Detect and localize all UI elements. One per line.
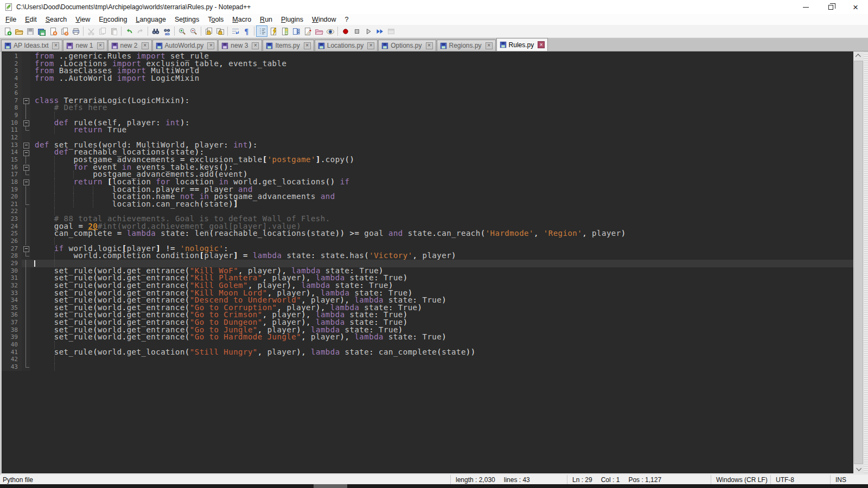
menu-edit[interactable]: Edit	[21, 14, 41, 25]
close-window-button[interactable]: ×	[843, 0, 868, 14]
close-tab-icon[interactable]: ×	[486, 42, 493, 49]
code-text	[30, 363, 853, 371]
run-macro-multiple-times-button[interactable]	[374, 25, 385, 37]
code-line-10[interactable]: 10 def rule(self, player: int):	[2, 119, 853, 127]
tab-autoworld-py[interactable]: AutoWorld.py×	[152, 40, 218, 51]
fold-collapse-icon[interactable]	[22, 97, 30, 105]
code-line-41[interactable]: 41 set_rule(world.get_location("Still Hu…	[2, 349, 853, 356]
close-tab-icon[interactable]: ×	[142, 42, 149, 49]
indent-guide-button[interactable]	[256, 25, 267, 37]
close-tab-icon[interactable]: ×	[97, 42, 104, 49]
print-button[interactable]	[70, 25, 81, 37]
scrollbar-thumb[interactable]	[854, 61, 863, 464]
menu-encoding[interactable]: Encoding	[94, 14, 131, 25]
save-recorded-macro-button[interactable]	[385, 25, 397, 37]
code-line-39[interactable]: 39 set_rule(world.get_entrance("Go to Ha…	[2, 333, 853, 341]
folder-as-workspace-button[interactable]	[302, 25, 313, 37]
status-insert-mode[interactable]: INS	[830, 475, 868, 484]
code-line-5[interactable]: 5	[2, 82, 853, 90]
code-line-7[interactable]: 7class TerrariaLogic(LogicMixin):	[2, 97, 853, 105]
monitoring-button[interactable]	[324, 25, 336, 37]
code-line-8[interactable]: 8 # Defs here	[2, 104, 853, 112]
code-line-25[interactable]: 25 can_complete = lambda state: len(reac…	[2, 230, 853, 237]
show-all-characters-button[interactable]: ¶	[241, 25, 252, 37]
function-list-button[interactable]	[267, 25, 279, 37]
code-line-43[interactable]: 43	[2, 363, 853, 371]
close-tab-icon[interactable]: ×	[207, 42, 214, 49]
code-line-11[interactable]: 11 return True	[2, 126, 853, 134]
close-tab-icon[interactable]: ×	[304, 42, 311, 49]
menu-help[interactable]: ?	[341, 14, 353, 25]
scroll-down-arrow-icon[interactable]	[853, 464, 864, 473]
undo-button[interactable]	[123, 25, 135, 37]
tab-locations-py[interactable]: Locations.py×	[315, 40, 378, 51]
document-map-button[interactable]	[279, 25, 290, 37]
tab-new-3[interactable]: new 3×	[218, 40, 262, 51]
start-recording-button[interactable]	[340, 25, 351, 37]
close-tab-icon[interactable]: ×	[538, 41, 545, 48]
menu-tools[interactable]: Tools	[203, 14, 228, 25]
save-all-button[interactable]	[36, 25, 47, 37]
editor[interactable]: 1from ..generic.Rules import set_rule2fr…	[0, 52, 868, 475]
fold-margin	[22, 193, 30, 201]
redo-button[interactable]	[135, 25, 146, 37]
close-tab-icon[interactable]: ×	[367, 42, 374, 49]
tab-new-2[interactable]: new 2×	[108, 40, 152, 51]
replace-button[interactable]: ab	[161, 25, 173, 37]
close-all-button[interactable]	[59, 25, 70, 37]
scroll-up-arrow-icon[interactable]	[853, 52, 864, 61]
tab-regions-py[interactable]: Regions.py×	[437, 40, 496, 51]
fold-collapse-icon[interactable]	[22, 142, 30, 149]
sync-vertical-scroll-button[interactable]	[203, 25, 214, 37]
find-button[interactable]	[150, 25, 161, 37]
menu-view[interactable]: View	[71, 14, 94, 25]
close-tab-icon[interactable]: ×	[426, 42, 433, 49]
menu-window[interactable]: Window	[308, 14, 340, 25]
close-button[interactable]	[47, 25, 59, 37]
menu-file[interactable]: File	[1, 14, 21, 25]
code-line-21[interactable]: 21 location.can_reach(state)]	[2, 201, 853, 208]
menu-run[interactable]: Run	[256, 14, 277, 25]
fold-collapse-icon[interactable]	[22, 164, 30, 171]
menu-search[interactable]: Search	[41, 14, 72, 25]
code-line-28[interactable]: 28 world.completion_condition[player] = …	[2, 252, 853, 260]
zoom-out-button[interactable]	[188, 25, 199, 37]
menu-plugins[interactable]: Plugins	[277, 14, 308, 25]
line-number: 3	[2, 67, 22, 75]
menu-settings[interactable]: Settings	[170, 14, 203, 25]
stop-recording-button[interactable]	[351, 25, 362, 37]
fold-collapse-icon[interactable]	[22, 119, 30, 127]
document-list-button[interactable]	[290, 25, 302, 37]
code-line-4[interactable]: 4from ..AutoWorld import LogicMixin	[2, 75, 853, 82]
minimize-button[interactable]	[793, 0, 818, 14]
playback-macro-button[interactable]	[362, 25, 374, 37]
fold-collapse-icon[interactable]	[22, 178, 30, 186]
zoom-in-button[interactable]	[176, 25, 188, 37]
tab-new-1[interactable]: new 1×	[63, 40, 107, 51]
code-line-42[interactable]: 42	[2, 356, 853, 363]
open-file-button[interactable]	[13, 25, 24, 37]
word-wrap-button[interactable]	[229, 25, 241, 37]
sync-horizontal-scroll-button[interactable]	[214, 25, 226, 37]
fold-margin	[22, 60, 30, 68]
new-file-button[interactable]	[2, 25, 13, 37]
menu-language[interactable]: Language	[131, 14, 170, 25]
menu-macro[interactable]: Macro	[228, 14, 256, 25]
line-number: 40	[2, 341, 22, 349]
tab-rules-py[interactable]: Rules.py×	[496, 38, 548, 51]
fold-collapse-icon[interactable]	[22, 245, 30, 253]
close-tab-icon[interactable]: ×	[52, 42, 59, 49]
fold-collapse-icon[interactable]	[22, 149, 30, 156]
cut-button[interactable]	[85, 25, 97, 37]
tab-ap-ideas-txt[interactable]: AP Ideas.txt×	[1, 40, 62, 51]
paste-button[interactable]	[108, 25, 119, 37]
fold-margin	[22, 252, 30, 260]
tab-items-py[interactable]: Items.py×	[263, 40, 314, 51]
close-tab-icon[interactable]: ×	[252, 42, 259, 49]
copy-button[interactable]	[97, 25, 108, 37]
restore-button[interactable]	[818, 0, 843, 14]
tab-options-py[interactable]: Options.py×	[378, 40, 436, 51]
save-button[interactable]	[24, 25, 36, 37]
vertical-scrollbar[interactable]	[853, 52, 864, 473]
project-panel-button[interactable]	[313, 25, 324, 37]
